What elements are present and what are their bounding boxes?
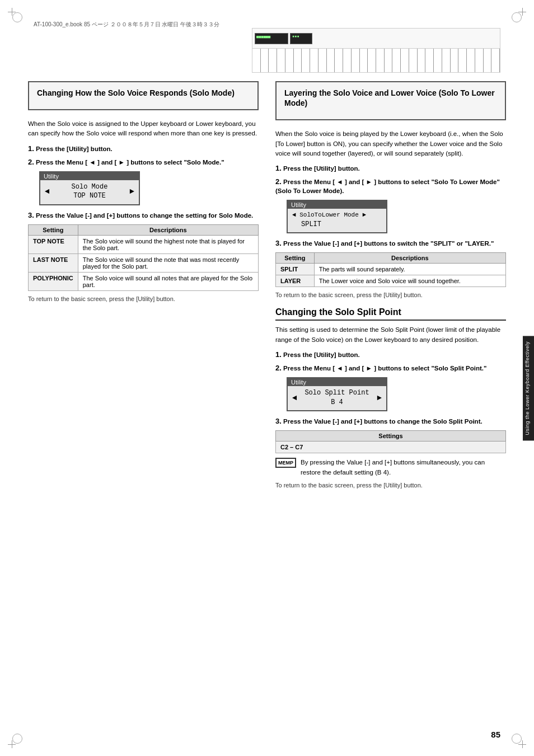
left-step-1-num: 1. xyxy=(28,144,34,153)
left-utility-content: Solo Mode TOP NOTE xyxy=(53,182,126,201)
right-top-step-2-num: 2. xyxy=(275,177,282,186)
keyboard-top-panel: ■■■■■■ ▪▪▪ xyxy=(252,29,500,48)
keyboard-display: ■■■■■■ ▪▪▪ xyxy=(252,29,500,72)
table-cell-description: The parts will sound separately. xyxy=(314,264,505,275)
page-number: 85 xyxy=(491,730,500,739)
white-key xyxy=(458,49,467,72)
left-arrow-left: ◄ xyxy=(45,187,49,196)
white-key xyxy=(285,49,294,72)
right-top-utility-line1: ◄ SoloToLower Mode ► xyxy=(292,211,382,219)
right-bottom-step-1: 1. Press the [Utility] button. xyxy=(275,350,506,359)
white-key xyxy=(252,49,261,72)
right-top-utility-display: Utility ◄ SoloToLower Mode ► SPLIT xyxy=(287,200,387,233)
right-top-utility-line2: SPLIT xyxy=(292,220,382,229)
white-key xyxy=(335,49,343,72)
left-step-2: 2. Press the Menu [ ◄ ] and [ ► ] button… xyxy=(28,158,259,167)
right-bottom-utility-body: ◄ Solo Split Point B 4 ► xyxy=(288,386,386,411)
table-cell-setting: POLYPHONIC xyxy=(29,273,78,291)
left-table-header-2: Descriptions xyxy=(78,225,258,236)
right-top-step-2: 2. Press the Menu [ ◄ ] and [ ► ] button… xyxy=(275,177,506,195)
right-top-step-1: 1. Press the [Utility] button. xyxy=(275,164,506,173)
white-key xyxy=(360,49,368,72)
white-key xyxy=(269,49,277,72)
left-intro-text: When the Solo voice is assigned to the U… xyxy=(28,119,259,139)
side-tab: Using the Lower Keyboard Effectively xyxy=(523,336,534,440)
white-key xyxy=(409,49,418,72)
right-top-step-3-text: Press the Value [-] and [+] buttons to s… xyxy=(283,240,494,247)
right-bottom-step-1-text: Press the [Utility] button. xyxy=(283,351,360,358)
white-key xyxy=(425,49,434,72)
left-table: Setting Descriptions TOP NOTEThe Solo vo… xyxy=(28,224,259,291)
white-key xyxy=(327,49,335,72)
display-segment-2: ▪▪▪ xyxy=(290,33,312,44)
table-cell-setting: LAYER xyxy=(276,275,315,287)
right-bottom-utility-line1: Solo Split Point xyxy=(300,388,373,398)
right-bottom-step-3-num: 3. xyxy=(275,417,282,425)
right-top-footer-note: To return to the basic screen, press the… xyxy=(275,292,506,298)
memp-note-box: MEMP By pressing the Value [-] and [+] b… xyxy=(275,458,506,477)
right-bottom-utility-content: Solo Split Point B 4 xyxy=(300,388,373,407)
white-key xyxy=(491,49,500,72)
white-key xyxy=(401,49,409,72)
white-key xyxy=(302,49,310,72)
left-step-2-num: 2. xyxy=(28,158,34,166)
two-column-layout: Changing How the Solo Voice Responds (So… xyxy=(28,81,506,489)
left-step-3-text: Press the Value [-] and [+] buttons to c… xyxy=(36,212,253,219)
right-bottom-section-title: Changing the Solo Split Point xyxy=(275,307,506,321)
left-column: Changing How the Solo Voice Responds (So… xyxy=(28,81,259,489)
right-top-utility-body: ◄ SoloToLower Mode ► SPLIT xyxy=(288,209,386,232)
white-key xyxy=(385,49,393,72)
right-column: Layering the Solo Voice and Lower Voice … xyxy=(275,81,506,489)
table-cell-setting: SPLIT xyxy=(276,264,315,275)
white-key xyxy=(418,49,426,72)
table-cell-description: The Solo voice will sound the note that … xyxy=(78,254,258,273)
left-table-header-1: Setting xyxy=(29,225,78,236)
right-top-section-title: Layering the Solo Voice and Lower Voice … xyxy=(284,88,497,108)
white-key xyxy=(434,49,442,72)
crosshair-bl xyxy=(8,740,16,748)
right-bottom-utility-title: Utility xyxy=(288,378,386,386)
white-key xyxy=(352,49,360,72)
table-row: TOP NOTEThe Solo voice will sound the hi… xyxy=(29,236,259,254)
left-step-1: 1. Press the [Utility] button. xyxy=(28,144,259,153)
left-utility-display: Utility ◄ Solo Mode TOP NOTE ► xyxy=(39,171,140,206)
main-content: Changing How the Solo Voice Responds (So… xyxy=(28,81,506,722)
display-segment-1: ■■■■■■ xyxy=(255,33,288,44)
right-top-section-box: Layering the Solo Voice and Lower Voice … xyxy=(275,81,506,120)
right-bottom-arrow-left: ◄ xyxy=(292,393,297,402)
left-footer-note: To return to the basic screen, press the… xyxy=(28,295,259,302)
crosshair-br xyxy=(518,740,526,748)
white-key xyxy=(368,49,376,72)
table-cell-description: The Lower voice and Solo voice will soun… xyxy=(314,275,505,287)
left-step-1-text: Press the [Utility] button. xyxy=(36,145,113,152)
table-cell-setting: LAST NOTE xyxy=(29,254,78,273)
right-bottom-arrow-right: ► xyxy=(377,393,382,402)
right-bottom-utility-line2: B 4 xyxy=(300,398,373,407)
table-row: C2 – C7 xyxy=(276,442,506,453)
left-utility-title: Utility xyxy=(40,172,139,180)
left-step-3: 3. Press the Value [-] and [+] buttons t… xyxy=(28,211,259,220)
right-bottom-step-2-text: Press the Menu [ ◄ ] and [ ► ] buttons t… xyxy=(283,365,486,372)
memp-note-text: By pressing the Value [-] and [+] button… xyxy=(301,458,506,477)
white-key xyxy=(294,49,302,72)
right-top-utility-content: ◄ SoloToLower Mode ► SPLIT xyxy=(292,211,382,229)
right-top-step-3: 3. Press the Value [-] and [+] buttons t… xyxy=(275,239,506,248)
table-cell-setting: TOP NOTE xyxy=(29,236,78,254)
table-row: POLYPHONICThe Solo voice will sound all … xyxy=(29,273,259,291)
table-cell-description: The Solo voice will sound all notes that… xyxy=(78,273,258,291)
white-key xyxy=(484,49,492,72)
white-key xyxy=(310,49,318,72)
header-text: AT-100-300_e.book 85 ページ ２００８年５月７日 水曜日 午… xyxy=(34,21,219,29)
left-step-3-num: 3. xyxy=(28,211,34,219)
white-key xyxy=(277,49,285,72)
right-top-step-2-text: Press the Menu [ ◄ ] and [ ► ] buttons t… xyxy=(275,179,500,194)
right-bottom-step-3-text: Press the Value [-] and [+] buttons to c… xyxy=(283,418,483,425)
memp-icon: MEMP xyxy=(275,458,296,468)
crosshair-tr xyxy=(518,8,526,16)
white-key xyxy=(261,49,269,72)
table-cell-setting: C2 – C7 xyxy=(276,442,506,453)
white-key xyxy=(451,49,459,72)
left-utility-line2: TOP NOTE xyxy=(53,191,126,201)
left-step-2-text: Press the Menu [ ◄ ] and [ ► ] buttons t… xyxy=(36,159,224,166)
left-utility-line1: Solo Mode xyxy=(53,182,126,192)
